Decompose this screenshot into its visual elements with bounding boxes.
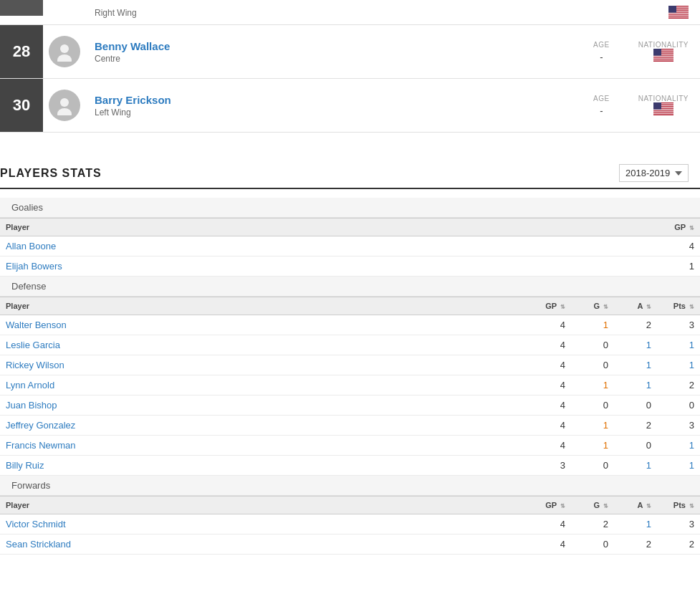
svg-rect-7 <box>668 13 689 14</box>
defense-gp-sort: ⇅ <box>560 304 565 310</box>
partial-player-meta <box>657 0 700 24</box>
defense-a: 1 <box>614 335 657 355</box>
svg-rect-25 <box>653 57 673 58</box>
defense-g: 1 <box>571 416 614 436</box>
goalie-name-2[interactable]: Elijah Bowers <box>0 256 479 277</box>
defense-a: 1 <box>614 375 657 395</box>
player-number-28: 28 <box>0 25 43 78</box>
partial-player-info: Right Wing <box>86 1 657 24</box>
defense-pts: 2 <box>657 375 700 395</box>
partial-nationality <box>668 6 689 19</box>
forwards-pts: 2 <box>657 534 700 555</box>
defense-gp: 4 <box>528 315 571 335</box>
player-meta-30: AGE - NATIONALITY <box>582 89 700 122</box>
goalie-name-1[interactable]: Allan Boone <box>0 236 479 256</box>
defense-player-name[interactable]: Juan Bishop <box>0 395 528 416</box>
table-row: Walter Benson4123 <box>0 315 700 335</box>
forwards-player-name[interactable]: Victor Schmidt <box>0 514 528 534</box>
season-selector[interactable]: 2018-2019 2017-2018 2016-2017 <box>619 164 689 182</box>
svg-rect-42 <box>653 112 673 113</box>
table-row: Jeffrey Gonzalez4123 <box>0 416 700 436</box>
forwards-col-g: G ⇅ <box>571 497 614 514</box>
forwards-header-row: Player GP ⇅ G ⇅ A ⇅ Pts ⇅ <box>0 497 700 514</box>
svg-rect-40 <box>653 110 673 111</box>
nationality-label-28: NATIONALITY <box>638 41 689 49</box>
forwards-pts: 3 <box>657 514 700 534</box>
defense-pts: 1 <box>657 436 700 456</box>
spacer <box>0 133 700 147</box>
player-avatar-30 <box>43 84 86 127</box>
table-row: Leslie Garcia4011 <box>0 335 700 355</box>
defense-player-name[interactable]: Jeffrey Gonzalez <box>0 416 528 436</box>
stats-header: PLAYERS STATS 2018-2019 2017-2018 2016-2… <box>0 158 700 189</box>
defense-pts: 1 <box>657 456 700 476</box>
table-row: Allan Boone 4 <box>0 236 700 256</box>
forwards-g: 2 <box>571 514 614 534</box>
svg-rect-11 <box>668 16 689 17</box>
svg-rect-26 <box>653 59 673 59</box>
defense-pts: 1 <box>657 335 700 355</box>
defense-g: 0 <box>571 335 614 355</box>
defense-pts: 1 <box>657 355 700 375</box>
forwards-col-a: A ⇅ <box>614 497 657 514</box>
defense-gp: 3 <box>528 456 571 476</box>
avatar-icon-28 <box>49 36 80 67</box>
defense-table: Player GP ⇅ G ⇅ A ⇅ Pts ⇅ Walter Benson4… <box>0 297 700 476</box>
forwards-g: 0 <box>571 534 614 555</box>
age-value-28: - <box>593 52 610 62</box>
svg-rect-43 <box>653 113 673 114</box>
forwards-table: Player GP ⇅ G ⇅ A ⇅ Pts ⇅ Victor Schmidt… <box>0 496 700 555</box>
table-row: Victor Schmidt4213 <box>0 514 700 534</box>
goalie-gp-1: 4 <box>479 236 700 256</box>
avatar-icon-30 <box>49 90 80 121</box>
forwards-a-sort: ⇅ <box>646 503 651 509</box>
defense-gp: 4 <box>528 395 571 416</box>
nationality-flag-28 <box>638 49 689 62</box>
player-nationality-meta-30: NATIONALITY <box>638 95 689 115</box>
defense-a: 1 <box>614 456 657 476</box>
defense-g-sort: ⇅ <box>603 304 608 310</box>
partial-player-avatar <box>43 6 86 18</box>
defense-player-name[interactable]: Rickey Wilson <box>0 355 528 375</box>
player-info-30: Barry Erickson Left Wing <box>86 88 582 123</box>
goalie-gp-2: 1 <box>479 256 700 277</box>
defense-a: 0 <box>614 436 657 456</box>
defense-player-name[interactable]: Billy Ruiz <box>0 456 528 476</box>
defense-col-player: Player <box>0 297 528 315</box>
defense-g: 1 <box>571 315 614 335</box>
svg-rect-44 <box>653 115 673 115</box>
forwards-gp-sort: ⇅ <box>560 503 565 509</box>
player-age-meta-28: AGE - <box>593 41 610 62</box>
svg-rect-24 <box>653 57 673 57</box>
defense-pts: 3 <box>657 416 700 436</box>
defense-header-row: Player GP ⇅ G ⇅ A ⇅ Pts ⇅ <box>0 297 700 315</box>
defense-col-a: A ⇅ <box>614 297 657 315</box>
svg-rect-8 <box>668 14 689 14</box>
goalies-col-player: Player <box>0 219 479 236</box>
svg-rect-23 <box>653 56 673 57</box>
forwards-a: 1 <box>614 514 657 534</box>
defense-g: 0 <box>571 355 614 375</box>
defense-player-name[interactable]: Francis Newman <box>0 436 528 456</box>
defense-g: 1 <box>571 375 614 395</box>
forwards-player-name[interactable]: Sean Strickland <box>0 534 528 555</box>
forwards-category-header: Forwards <box>0 476 700 496</box>
defense-player-name[interactable]: Walter Benson <box>0 315 528 335</box>
player-nationality-meta-28: NATIONALITY <box>638 41 689 62</box>
player-position-30: Left Wing <box>95 107 573 118</box>
goalies-header-row: Player GP ⇅ <box>0 219 700 236</box>
svg-rect-12 <box>668 18 689 19</box>
forwards-a: 2 <box>614 534 657 555</box>
svg-rect-29 <box>653 49 661 56</box>
goalies-category-header: Goalies <box>0 198 700 218</box>
player-name-30[interactable]: Barry Erickson <box>95 94 573 106</box>
player-row-barry-erickson: 30 Barry Erickson Left Wing AGE - NATION… <box>0 79 700 133</box>
forwards-gp: 4 <box>528 534 571 555</box>
defense-gp: 4 <box>528 335 571 355</box>
player-name-28[interactable]: Benny Wallace <box>95 40 573 52</box>
defense-player-name[interactable]: Lynn Arnold <box>0 375 528 395</box>
defense-category-header: Defense <box>0 277 700 297</box>
defense-player-name[interactable]: Leslie Garcia <box>0 335 528 355</box>
forwards-col-gp: GP ⇅ <box>528 497 571 514</box>
age-label-28: AGE <box>593 41 610 49</box>
